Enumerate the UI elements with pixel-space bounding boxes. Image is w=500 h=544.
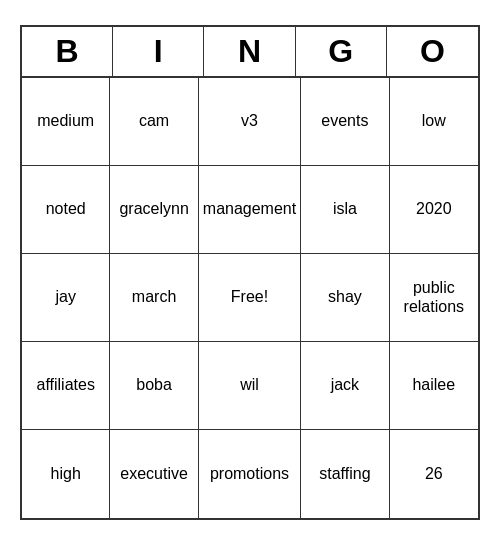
cell-text: noted (46, 199, 86, 218)
bingo-cell: cam (110, 78, 198, 166)
bingo-cell: isla (301, 166, 389, 254)
bingo-cell: affiliates (22, 342, 110, 430)
bingo-cell: v3 (199, 78, 301, 166)
cell-text: march (132, 287, 176, 306)
bingo-cell: staffing (301, 430, 389, 518)
bingo-cell: management (199, 166, 301, 254)
bingo-card: BINGO mediumcamv3eventslownotedgracelynn… (20, 25, 480, 520)
bingo-cell: 2020 (390, 166, 478, 254)
bingo-cell: executive (110, 430, 198, 518)
cell-text: events (321, 111, 368, 130)
bingo-cell: wil (199, 342, 301, 430)
bingo-cell: high (22, 430, 110, 518)
bingo-cell: Free! (199, 254, 301, 342)
cell-text: public relations (394, 278, 474, 316)
cell-text: hailee (412, 375, 455, 394)
cell-text: staffing (319, 464, 370, 483)
bingo-cell: shay (301, 254, 389, 342)
bingo-cell: medium (22, 78, 110, 166)
cell-text: Free! (231, 287, 268, 306)
cell-text: executive (120, 464, 188, 483)
bingo-cell: promotions (199, 430, 301, 518)
header-letter: N (204, 27, 295, 76)
cell-text: 26 (425, 464, 443, 483)
cell-text: shay (328, 287, 362, 306)
bingo-cell: jay (22, 254, 110, 342)
header-letter: B (22, 27, 113, 76)
cell-text: promotions (210, 464, 289, 483)
cell-text: management (203, 199, 296, 218)
bingo-cell: noted (22, 166, 110, 254)
bingo-cell: hailee (390, 342, 478, 430)
bingo-cell: events (301, 78, 389, 166)
cell-text: gracelynn (119, 199, 188, 218)
cell-text: cam (139, 111, 169, 130)
cell-text: medium (37, 111, 94, 130)
bingo-cell: jack (301, 342, 389, 430)
cell-text: isla (333, 199, 357, 218)
bingo-grid: mediumcamv3eventslownotedgracelynnmanage… (22, 78, 478, 518)
cell-text: high (51, 464, 81, 483)
cell-text: 2020 (416, 199, 452, 218)
bingo-cell: gracelynn (110, 166, 198, 254)
bingo-cell: march (110, 254, 198, 342)
header-letter: O (387, 27, 478, 76)
bingo-cell: low (390, 78, 478, 166)
cell-text: boba (136, 375, 172, 394)
cell-text: v3 (241, 111, 258, 130)
bingo-cell: 26 (390, 430, 478, 518)
cell-text: jack (331, 375, 359, 394)
cell-text: jay (55, 287, 75, 306)
cell-text: wil (240, 375, 259, 394)
header-letter: I (113, 27, 204, 76)
bingo-header: BINGO (22, 27, 478, 78)
bingo-cell: boba (110, 342, 198, 430)
bingo-cell: public relations (390, 254, 478, 342)
cell-text: affiliates (36, 375, 94, 394)
cell-text: low (422, 111, 446, 130)
header-letter: G (296, 27, 387, 76)
